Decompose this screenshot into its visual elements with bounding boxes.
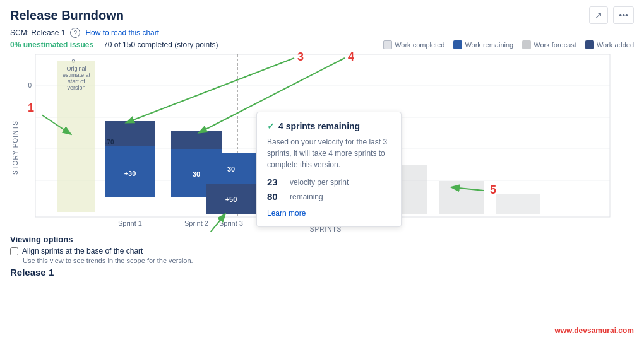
how-to-link[interactable]: How to read this chart: [85, 28, 159, 37]
share-icon: ↗: [595, 10, 602, 20]
remaining-number: 80: [267, 191, 285, 202]
page-title: Release Burndown: [10, 8, 124, 23]
svg-text:4: 4: [348, 52, 354, 63]
stats-row: 0% unestimated issues 70 of 150 complete…: [10, 40, 218, 49]
y-axis-label: STORY POINTS: [10, 52, 20, 232]
svg-text:start of: start of: [68, 78, 85, 85]
svg-text:0: 0: [28, 82, 32, 89]
svg-text:Sprint 2: Sprint 2: [184, 220, 208, 227]
legend-label-completed: Work completed: [395, 41, 444, 49]
more-options-button[interactable]: •••: [613, 6, 634, 24]
swatch-forecast: [522, 40, 531, 49]
align-sprints-checkbox[interactable]: [10, 247, 18, 255]
percent-unestimated: 0% unestimated issues: [10, 40, 93, 49]
legend-item-remaining: Work remaining: [453, 40, 513, 49]
subtitle-row: SCM: Release 1 ? How to read this chart: [0, 26, 644, 39]
chart-area: STORY POINTS: [0, 52, 644, 232]
svg-rect-33: [496, 194, 540, 214]
stats-legend-row: 0% unestimated issues 70 of 150 complete…: [0, 39, 644, 52]
svg-text:3: 3: [297, 52, 304, 63]
tooltip-description: Based on your velocity for the last 3 sp…: [267, 136, 391, 170]
legend-item-added: Work added: [585, 40, 634, 49]
chart-svg-wrapper: 0 0 Original estimate at start of versio…: [23, 52, 634, 232]
svg-text:Sprint 1: Sprint 1: [118, 220, 142, 227]
svg-text:5: 5: [490, 184, 496, 196]
share-button[interactable]: ↗: [589, 6, 608, 24]
svg-text:30: 30: [227, 165, 235, 173]
svg-text:Original: Original: [66, 66, 86, 72]
swatch-remaining: [453, 40, 462, 49]
legend: Work completed Work remaining Work forec…: [383, 40, 634, 49]
svg-text:-70: -70: [105, 139, 114, 146]
check-icon: ✓: [267, 121, 275, 131]
top-bar-actions: ↗ •••: [589, 6, 634, 24]
svg-text:estimate at: estimate at: [63, 72, 91, 78]
scm-label: SCM: Release 1: [10, 28, 65, 37]
legend-label-remaining: Work remaining: [465, 41, 513, 49]
checkbox-row: Align sprints at the base of the chart: [10, 247, 634, 255]
svg-rect-32: [439, 181, 484, 214]
legend-item-completed: Work completed: [383, 40, 444, 49]
legend-label-added: Work added: [597, 41, 634, 49]
top-bar: Release Burndown ↗ •••: [0, 0, 644, 26]
sprint-tooltip: ✓ 4 sprints remaining Based on your velo…: [256, 112, 402, 227]
checkbox-hint: Use this view to see trends in the scope…: [23, 257, 634, 264]
velocity-number: 23: [267, 177, 285, 187]
svg-text:30: 30: [193, 170, 200, 178]
svg-rect-21: [171, 131, 222, 149]
learn-more-link[interactable]: Learn more: [267, 209, 306, 218]
tooltip-stat-remaining: 80 remaining: [267, 191, 391, 202]
svg-text:+30: +30: [124, 170, 136, 177]
viewing-options-title: Viewing options: [10, 235, 634, 244]
tooltip-title: ✓ 4 sprints remaining: [267, 121, 391, 131]
bottom-section: Viewing options Align sprints at the bas…: [0, 232, 644, 264]
svg-text:Sprint 3: Sprint 3: [219, 220, 243, 227]
swatch-completed: [383, 40, 392, 49]
legend-label-forecast: Work forecast: [534, 41, 576, 49]
svg-text:1: 1: [28, 102, 34, 114]
completed-stat: 70 of 150 completed (story points): [104, 40, 218, 49]
swatch-added: [585, 40, 594, 49]
remaining-label: remaining: [290, 192, 323, 201]
release-title: Release 1: [0, 264, 644, 279]
svg-text:version: version: [67, 85, 85, 91]
svg-text:+50: +50: [225, 196, 237, 203]
legend-item-forecast: Work forecast: [522, 40, 576, 49]
watermark: www.devsamurai.com: [554, 326, 634, 335]
checkbox-label: Align sprints at the base of the chart: [22, 247, 143, 255]
page-container: Release Burndown ↗ ••• SCM: Release 1 ? …: [0, 0, 644, 340]
help-icon[interactable]: ?: [70, 28, 80, 38]
ellipsis-icon: •••: [619, 10, 628, 20]
tooltip-stat-velocity: 23 velocity per sprint: [267, 177, 391, 187]
velocity-label: velocity per sprint: [290, 178, 349, 187]
